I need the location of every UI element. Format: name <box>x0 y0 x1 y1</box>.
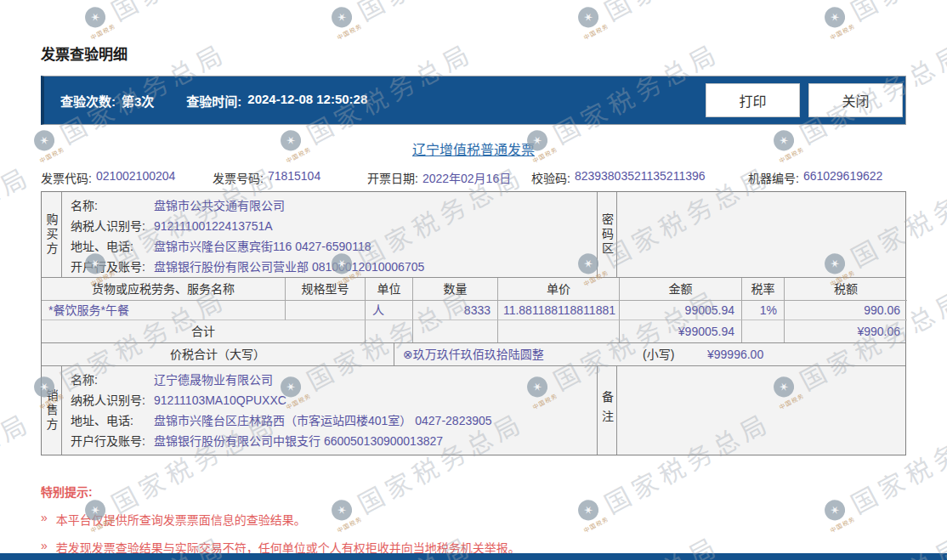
col-header-name: 货物或应税劳务、服务名称 <box>42 278 286 301</box>
total-label: 合计 <box>42 320 366 342</box>
check-time-label: 查验时间: <box>186 92 241 110</box>
total-tax: ¥990.06 <box>785 320 907 342</box>
special-notice: 特别提示: » 本平台仅提供所查询发票票面信息的查验结果。 » 若发现发票查验结… <box>41 483 906 556</box>
item-name: *餐饮服务*午餐 <box>42 301 286 320</box>
machine-number-value: 661029619622 <box>803 169 882 186</box>
invoice-meta-row: 发票代码: 021002100204 发票号码: 71815104 开票日期: … <box>41 169 906 186</box>
total-taxrate-cell <box>742 320 785 342</box>
notice-title: 特别提示: <box>41 483 906 500</box>
seller-taxid-row: 纳税人识别号:91211103MA10QPUXXC <box>71 390 597 410</box>
item-unit: 人 <box>366 301 413 320</box>
buyer-name-value: 盘锦市公共交通有限公司 <box>154 199 285 212</box>
invoice-date-value: 2022年02月16日 <box>422 169 511 186</box>
notice-text-1: 本平台仅提供所查询发票票面信息的查验结果。 <box>56 511 306 528</box>
seller-name-row: 名称:辽宁德晟物业有限公司 <box>71 370 597 390</box>
seller-bank-row: 开户行及账号:盘锦银行股份有限公司中银支行 660050130900013827 <box>71 431 597 451</box>
seller-address-row: 地址、电话:盘锦市兴隆台区庄林路西（市客运站四楼401室） 0427-28239… <box>71 410 597 431</box>
check-count-label: 查验次数: <box>60 92 116 110</box>
buyer-taxid-value: 91211100122413751A <box>154 219 273 233</box>
invoice-code-value: 021002100204 <box>96 169 175 186</box>
verification-header-bar: 查验次数: 第3次 查验时间: 2024-12-08 12:50:28 打印 关… <box>41 76 906 125</box>
tax-total-small-label: (小写) <box>643 343 674 365</box>
buyer-block: 购买方 名称:盘锦市公共交通有限公司 纳税人识别号:91211100122413… <box>42 192 905 278</box>
buyer-name-row: 名称:盘锦市公共交通有限公司 <box>71 195 597 216</box>
invoice-number: 发票号码: 71815104 <box>213 169 367 186</box>
close-button[interactable]: 关闭 <box>808 83 903 117</box>
bullet-icon: » <box>41 511 48 528</box>
remark-side-cell: 备注 <box>597 366 617 455</box>
tax-total-row: 价税合计（大写） ⊗玖万玖仟玖佰玖拾陆圆整 (小写) ¥99996.00 <box>42 343 905 366</box>
buyer-bank-row: 开户行及账号:盘锦银行股份有限公司营业部 08100012010006705 <box>71 257 597 277</box>
seller-taxid-value: 91211103MA10QPUXXC <box>154 393 286 407</box>
invoice-checksum-value: 82393803521135211396 <box>575 169 706 186</box>
print-button[interactable]: 打印 <box>706 83 800 117</box>
check-time-value: 2024-12-08 12:50:28 <box>247 92 367 110</box>
invoice-verification-page: 发票查验明细 查验次数: 第3次 查验时间: 2024-12-08 12:50:… <box>0 0 947 560</box>
buyer-bank-label: 开户行及账号: <box>71 257 154 277</box>
seller-taxid-label: 纳税人识别号: <box>71 390 154 410</box>
col-header-tax: 税额 <box>785 278 907 301</box>
item-tax: 990.06 <box>785 301 907 320</box>
tax-total-values: ⊗玖万玖仟玖佰玖拾陆圆整 (小写) ¥99996.00 <box>394 343 905 365</box>
item-qty: 8333 <box>413 301 498 320</box>
item-spec <box>286 301 366 320</box>
seller-side-cell: 销售方 <box>42 366 62 455</box>
buyer-side-cell: 购买方 <box>42 192 62 277</box>
buyer-name-label: 名称: <box>71 195 154 216</box>
seller-address-label: 地址、电话: <box>71 410 154 431</box>
col-header-taxrate: 税率 <box>742 278 785 301</box>
seller-fields: 名称:辽宁德晟物业有限公司 纳税人识别号:91211103MA10QPUXXC … <box>62 366 597 455</box>
password-side-label: 密码区 <box>598 213 615 257</box>
invoice-code-label: 发票代码: <box>41 169 92 186</box>
col-header-qty: 数量 <box>413 278 498 301</box>
invoice-date-label: 开票日期: <box>367 169 418 186</box>
col-header-unit: 单位 <box>366 278 413 301</box>
col-header-price: 单价 <box>498 278 620 301</box>
password-area <box>617 192 905 277</box>
password-side-cell: 密码区 <box>597 192 617 277</box>
seller-side-label: 销售方 <box>43 389 60 433</box>
total-qty-cell <box>413 320 498 342</box>
col-header-amount: 金额 <box>620 278 742 301</box>
col-header-spec: 规格型号 <box>286 278 366 301</box>
page-title: 发票查验明细 <box>41 42 906 64</box>
notice-item-1: » 本平台仅提供所查询发票票面信息的查验结果。 <box>41 511 906 528</box>
tax-total-in-words: ⊗玖万玖仟玖佰玖拾陆圆整 <box>403 343 544 365</box>
seller-block: 销售方 名称:辽宁德晟物业有限公司 纳税人识别号:91211103MA10QPU… <box>42 366 905 455</box>
items-grid: 货物或应税劳务、服务名称 规格型号 单位 数量 单价 金额 税率 税额 *餐饮服… <box>42 278 905 343</box>
invoice-date: 开票日期: 2022年02月16日 <box>367 169 531 186</box>
seller-bank-value: 盘锦银行股份有限公司中银支行 660050130900013827 <box>154 434 443 448</box>
buyer-taxid-label: 纳税人识别号: <box>71 216 154 236</box>
buyer-taxid-row: 纳税人识别号:91211100122413751A <box>71 216 597 236</box>
header-buttons: 打印 关闭 <box>706 83 903 117</box>
machine-number-label: 机器编号: <box>748 169 799 186</box>
seller-name-value: 辽宁德晟物业有限公司 <box>154 373 273 387</box>
seller-bank-label: 开户行及账号: <box>71 431 154 451</box>
invoice-number-label: 发票号码: <box>213 169 264 186</box>
buyer-address-row: 地址、电话:盘锦市兴隆台区惠宾街116 0427-6590118 <box>71 236 597 257</box>
buyer-bank-value: 盘锦银行股份有限公司营业部 08100012010006705 <box>154 260 424 274</box>
buyer-fields: 名称:盘锦市公共交通有限公司 纳税人识别号:91211100122413751A… <box>62 192 597 277</box>
invoice-title: 辽宁增值税普通发票 <box>41 139 906 159</box>
main-content: 发票查验明细 查验次数: 第3次 查验时间: 2024-12-08 12:50:… <box>0 0 947 556</box>
remark-side-label: 备注 <box>598 391 615 430</box>
invoice-table: 购买方 名称:盘锦市公共交通有限公司 纳税人识别号:91211100122413… <box>41 191 906 455</box>
invoice-code: 发票代码: 021002100204 <box>41 169 213 186</box>
machine-number: 机器编号: 661029619622 <box>748 169 882 186</box>
item-taxrate: 1% <box>742 301 785 320</box>
total-unit-cell <box>366 320 413 342</box>
bottom-bar <box>0 553 947 560</box>
seller-address-value: 盘锦市兴隆台区庄林路西（市客运站四楼401室） 0427-2823905 <box>154 414 492 427</box>
invoice-checksum-label: 校验码: <box>531 169 570 186</box>
tax-total-small-value: ¥99996.00 <box>707 343 763 365</box>
buyer-side-label: 购买方 <box>43 213 60 257</box>
item-price: 11.881188118811881 <box>498 301 620 320</box>
check-count: 查验次数: 第3次 <box>60 92 154 110</box>
invoice-checksum: 校验码: 82393803521135211396 <box>531 169 748 186</box>
check-time: 查验时间: 2024-12-08 12:50:28 <box>186 92 367 110</box>
invoice-number-value: 71815104 <box>268 169 320 186</box>
total-price-cell <box>498 320 620 342</box>
buyer-address-label: 地址、电话: <box>71 236 154 257</box>
seller-name-label: 名称: <box>71 370 154 390</box>
remark-area <box>617 366 905 455</box>
